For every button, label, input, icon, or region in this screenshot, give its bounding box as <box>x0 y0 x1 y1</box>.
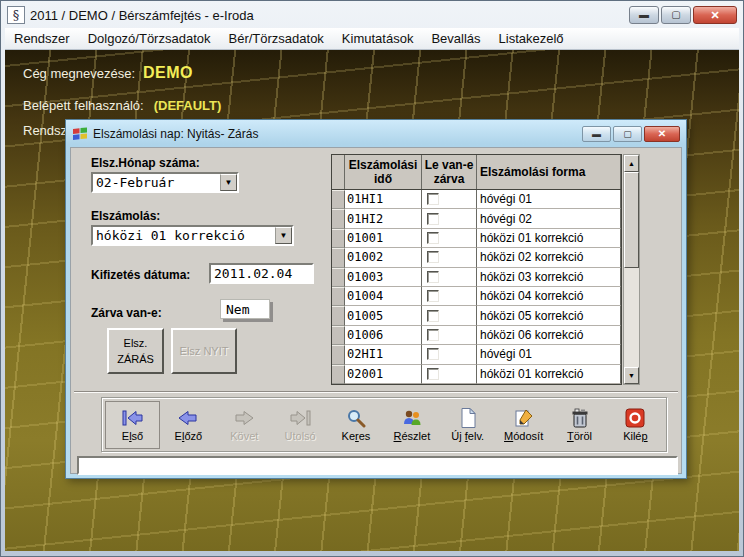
cell-closed <box>422 365 477 384</box>
menu-rendszer[interactable]: Rendszer <box>5 29 79 48</box>
cell-id: 01003 <box>345 268 422 287</box>
settlement-day-dialog: Elszámolási nap: Nyitás- Zárás ▬ ▢ ✕ Els… <box>65 119 687 479</box>
table-row[interactable]: 01005hóközi 05 korrekció <box>332 306 621 325</box>
table-row[interactable]: 01004hóközi 04 korrekció <box>332 287 621 306</box>
dialog-client: Elsz.Hónap száma: 02-Február ▼ Elszámolá… <box>70 147 682 474</box>
scrollbar-thumb[interactable] <box>624 172 639 268</box>
dialog-maximize-button[interactable]: ▢ <box>613 126 642 142</box>
first-label: Első <box>122 431 143 442</box>
row-selector[interactable] <box>332 190 345 209</box>
row-selector[interactable] <box>332 365 345 384</box>
table-row[interactable]: 01001hóközi 01 korrekció <box>332 229 621 248</box>
separator-line <box>74 391 678 393</box>
cell-forma: hóközi 01 korrekció <box>477 365 621 384</box>
dialog-close-button[interactable]: ✕ <box>644 126 680 142</box>
closed-checkbox[interactable] <box>427 368 439 380</box>
cell-id: 02HI1 <box>345 345 422 364</box>
scroll-up-icon[interactable]: ▲ <box>624 155 639 172</box>
scroll-down-icon[interactable]: ▼ <box>624 367 639 384</box>
closed-checkbox[interactable] <box>427 310 439 322</box>
exit-label: Kilép <box>623 431 647 442</box>
cell-forma: hóközi 04 korrekció <box>477 287 621 306</box>
delete-button[interactable]: Töröl <box>552 401 607 449</box>
row-selector[interactable] <box>332 268 345 287</box>
app-icon: § <box>7 6 25 24</box>
cell-closed <box>422 306 477 325</box>
modify-button[interactable]: Módosít <box>496 401 551 449</box>
status-input[interactable] <box>77 456 678 475</box>
table-row[interactable]: 02001hóközi 01 korrekció <box>332 365 621 384</box>
table-header: Elszámolási idő Le van-e zárva Elszámolá… <box>332 155 621 190</box>
cell-forma: hóvégi 01 <box>477 345 621 364</box>
detail-button[interactable]: Részlet <box>384 401 439 449</box>
dialog-title: Elszámolási nap: Nyitás- Zárás <box>93 127 258 141</box>
company-row: Cég megnevezése:DEMO <box>23 64 193 82</box>
closed-checkbox[interactable] <box>427 329 439 341</box>
next-button: Követ <box>217 401 272 449</box>
closed-checkbox[interactable] <box>427 290 439 302</box>
table-row[interactable]: 01003hóközi 03 korrekció <box>332 268 621 287</box>
closed-checkbox[interactable] <box>427 213 439 225</box>
closed-checkbox[interactable] <box>427 232 439 244</box>
cell-forma: hóközi 06 korrekció <box>477 326 621 345</box>
exit-button[interactable]: Kilép <box>608 401 663 449</box>
cell-closed <box>422 268 477 287</box>
previous-button[interactable]: Előző <box>161 401 216 449</box>
cell-id: 01001 <box>345 229 422 248</box>
cell-forma: hóközi 01 korrekció <box>477 229 621 248</box>
row-selector[interactable] <box>332 306 345 325</box>
new-record-button[interactable]: Új felv. <box>440 401 495 449</box>
clipped-system-text: Rendsz <box>23 123 67 138</box>
menu-ber-torzsadatok[interactable]: Bér/Törzsadatok <box>219 29 332 48</box>
row-selector[interactable] <box>332 229 345 248</box>
chevron-down-icon[interactable]: ▼ <box>275 227 292 244</box>
closed-checkbox[interactable] <box>427 193 439 205</box>
search-button[interactable]: Keres <box>329 401 384 449</box>
table-scrollbar[interactable]: ▲ ▼ <box>623 154 640 385</box>
first-button[interactable]: Első <box>105 401 160 449</box>
row-selector[interactable] <box>332 287 345 306</box>
dialog-minimize-button[interactable]: ▬ <box>582 126 611 142</box>
menu-listakezelo[interactable]: Listakezelő <box>490 29 573 48</box>
user-label: Belépett felhasználó: <box>23 98 144 113</box>
cell-forma: hóközi 05 korrekció <box>477 306 621 325</box>
close-button[interactable]: ✕ <box>693 6 737 24</box>
detail-icon <box>399 407 425 429</box>
closed-checkbox[interactable] <box>427 348 439 360</box>
settlement-close-button[interactable]: Elsz. ZÁRÁS <box>107 328 164 374</box>
closed-checkbox[interactable] <box>427 271 439 283</box>
menu-dolgozo-torzsadatok[interactable]: Dolgozó/Törzsadatok <box>79 29 220 48</box>
table-row[interactable]: 01HI2hóvégi 02 <box>332 209 621 228</box>
previous-label: Előző <box>175 431 203 442</box>
menu-kimutatasok[interactable]: Kimutatások <box>333 29 423 48</box>
delete-label: Töröl <box>567 431 592 442</box>
cell-id: 01002 <box>345 248 422 267</box>
month-combobox[interactable]: 02-Február ▼ <box>91 172 239 193</box>
row-selector[interactable] <box>332 209 345 228</box>
new-record-label: Új felv. <box>451 431 484 442</box>
row-selector[interactable] <box>332 345 345 364</box>
menu-bevallas[interactable]: Bevallás <box>422 29 489 48</box>
minimize-button[interactable]: ▬ <box>629 6 659 24</box>
table-row[interactable]: 01002hóközi 02 korrekció <box>332 248 621 267</box>
table-row[interactable]: 01006hóközi 06 korrekció <box>332 326 621 345</box>
dialog-titlebar[interactable]: Elszámolási nap: Nyitás- Zárás ▬ ▢ ✕ <box>68 122 684 145</box>
scrollbar-track[interactable] <box>624 268 639 367</box>
company-label: Cég megnevezése: <box>23 66 135 81</box>
table-row[interactable]: 01HI1hóvégi 01 <box>332 190 621 209</box>
closed-checkbox[interactable] <box>427 251 439 263</box>
cell-id: 01HI2 <box>345 209 422 228</box>
closed-status-value: Nem <box>220 299 270 319</box>
header-elszamolasi-ido: Elszámolási idő <box>345 155 422 189</box>
settlement-combobox[interactable]: hóközi 01 korrekció ▼ <box>91 225 294 246</box>
main-titlebar[interactable]: § 2011 / DEMO / Bérszámfejtés - e-Iroda … <box>3 3 741 27</box>
table-row[interactable]: 02HI1hóvégi 01 <box>332 345 621 364</box>
chevron-down-icon[interactable]: ▼ <box>220 174 237 191</box>
screen: § 2011 / DEMO / Bérszámfejtés - e-Iroda … <box>0 0 744 557</box>
row-selector[interactable] <box>332 248 345 267</box>
row-selector[interactable] <box>332 326 345 345</box>
maximize-button[interactable]: ▢ <box>661 6 691 24</box>
user-value: (DEFAULT) <box>154 98 222 113</box>
payment-date-field[interactable]: 2011.02.04 <box>209 263 314 284</box>
month-combobox-value: 02-Február <box>93 175 220 190</box>
